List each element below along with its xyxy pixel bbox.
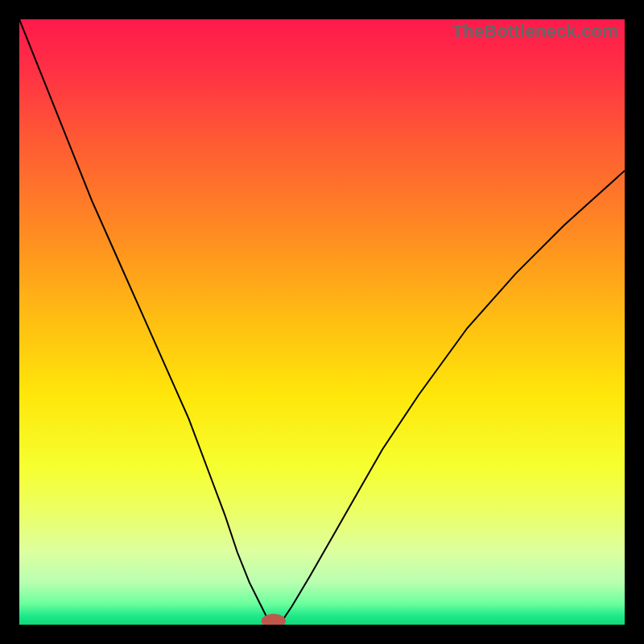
chart-svg <box>19 19 625 625</box>
chart-plot-area: TheBottleneck.com <box>19 19 625 625</box>
chart-frame: TheBottleneck.com <box>0 0 644 644</box>
watermark-label: TheBottleneck.com <box>452 21 618 42</box>
gradient-background <box>19 19 625 625</box>
